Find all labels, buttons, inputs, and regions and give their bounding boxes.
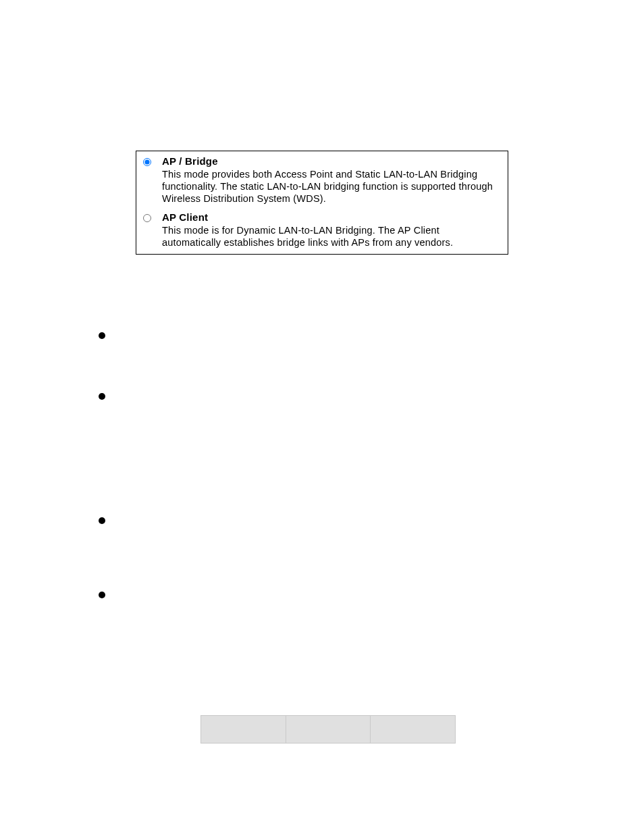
option-ap-bridge-text: AP / Bridge This mode provides both Acce… — [162, 155, 501, 205]
option-ap-client-desc: This mode is for Dynamic LAN-to-LAN Brid… — [162, 225, 453, 248]
bullet-icon — [99, 393, 105, 400]
footer-cell-2 — [286, 715, 371, 744]
option-ap-client-text: AP Client This mode is for Dynamic LAN-t… — [162, 211, 501, 249]
radio-ap-bridge[interactable] — [143, 158, 151, 166]
footer-button-row — [200, 715, 456, 744]
operation-mode-box: AP / Bridge This mode provides both Acce… — [136, 151, 508, 255]
footer-cell-1 — [200, 715, 286, 744]
footer-cell-3 — [371, 715, 456, 744]
bullet-icon — [99, 517, 105, 524]
radio-ap-client[interactable] — [143, 214, 151, 222]
option-ap-bridge-desc: This mode provides both Access Point and… — [162, 169, 493, 204]
option-ap-client-row: AP Client This mode is for Dynamic LAN-t… — [143, 211, 501, 249]
option-ap-bridge-title: AP / Bridge — [162, 155, 218, 167]
option-ap-client-title: AP Client — [162, 211, 208, 223]
option-ap-bridge-row: AP / Bridge This mode provides both Acce… — [143, 155, 501, 205]
bullet-icon — [99, 332, 105, 339]
bullet-icon — [99, 592, 105, 598]
